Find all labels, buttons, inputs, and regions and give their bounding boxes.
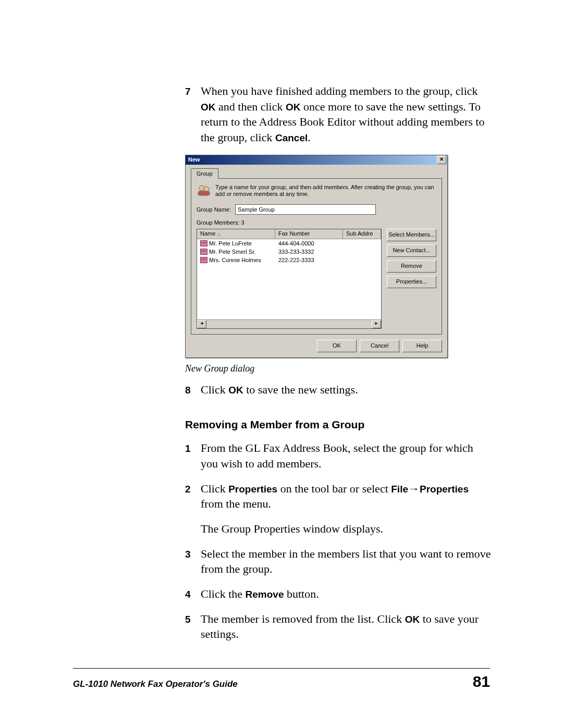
paragraph: The Group Properties window displays. bbox=[201, 521, 493, 537]
step-body: Click OK to save the new settings. bbox=[201, 382, 493, 398]
text: The member is removed from the list. Cli… bbox=[201, 612, 405, 625]
step-body: When you have finished adding members to… bbox=[201, 83, 493, 145]
cell-name: Mrs. Connie Holmes bbox=[209, 256, 261, 264]
remove-step-3: 3 Select the member in the members list … bbox=[185, 546, 493, 577]
text: and then click bbox=[216, 100, 286, 113]
text: to save the new settings. bbox=[243, 383, 358, 396]
step-body: From the GL Fax Address Book, select the… bbox=[201, 440, 493, 471]
text: When you have finished adding members to… bbox=[201, 84, 478, 97]
dialog-bottom-buttons: OK Cancel Help bbox=[191, 340, 442, 352]
dialog-titlebar: New ✕ bbox=[186, 155, 447, 165]
dialog-title: New bbox=[188, 156, 200, 164]
file-label: File bbox=[391, 484, 408, 495]
step-body: The member is removed from the list. Cli… bbox=[201, 611, 493, 642]
tab-group[interactable]: Group bbox=[191, 168, 218, 179]
hint-text: Type a name for your group, and then add… bbox=[215, 184, 436, 199]
text: . bbox=[308, 131, 311, 144]
new-contact-button[interactable]: New Contact... bbox=[387, 244, 436, 257]
side-buttons: Select Members... New Contact... Remove … bbox=[387, 229, 436, 329]
text: Click the bbox=[201, 587, 246, 600]
step-number: 1 bbox=[185, 440, 201, 471]
tab-panel: Type a name for your group, and then add… bbox=[191, 178, 442, 335]
group-name-input[interactable] bbox=[235, 204, 376, 215]
footer-title: GL-1010 Network Fax Operator's Guide bbox=[73, 679, 238, 689]
page-number: 81 bbox=[473, 673, 490, 690]
contact-icon bbox=[200, 249, 207, 255]
step-number: 2 bbox=[185, 481, 201, 512]
properties-label: Properties bbox=[228, 484, 277, 495]
members-list[interactable]: Name△ Fax Number Sub Addre Mr. Pete LuFr… bbox=[197, 229, 382, 329]
cancel-button[interactable]: Cancel bbox=[360, 340, 399, 352]
text: from the menu. bbox=[201, 497, 271, 510]
svg-rect-2 bbox=[198, 191, 210, 195]
table-row[interactable]: Mrs. Connie Holmes 222-222-3333 bbox=[197, 256, 381, 264]
step-number: 5 bbox=[185, 611, 201, 642]
text: Click bbox=[201, 383, 228, 396]
page-footer: GL-1010 Network Fax Operator's Guide 81 bbox=[73, 668, 490, 690]
ok-label: OK bbox=[286, 102, 301, 113]
scroll-left-icon[interactable]: ◄ bbox=[197, 320, 206, 328]
step-number: 4 bbox=[185, 586, 201, 602]
cell-name: Mr. Pete LuFrete bbox=[209, 240, 252, 248]
step-body: Select the member in the members list th… bbox=[201, 546, 493, 577]
section-heading: Removing a Member from a Group bbox=[185, 417, 493, 432]
remove-step-1: 1 From the GL Fax Address Book, select t… bbox=[185, 440, 493, 471]
step-body: Click Properties on the tool bar or sele… bbox=[201, 481, 493, 512]
contact-icon bbox=[200, 257, 207, 263]
cell-name: Mr. Pete Smerl Sr. bbox=[209, 248, 255, 256]
properties-label: Properties bbox=[420, 484, 469, 495]
help-button[interactable]: Help bbox=[402, 340, 442, 352]
remove-step-4: 4 Click the Remove button. bbox=[185, 586, 493, 602]
step-number: 8 bbox=[185, 382, 201, 398]
cell-fax: 222-222-3333 bbox=[275, 256, 343, 264]
select-members-button[interactable]: Select Members... bbox=[387, 229, 436, 241]
table-row[interactable]: Mr. Pete LuFrete 444-404-0000 bbox=[197, 239, 381, 248]
col-fax[interactable]: Fax Number bbox=[275, 229, 343, 239]
step-number: 3 bbox=[185, 546, 201, 577]
ok-label: OK bbox=[228, 385, 243, 396]
properties-button[interactable]: Properties... bbox=[387, 276, 436, 288]
page: 7 When you have finished adding members … bbox=[0, 0, 563, 642]
step-7: 7 When you have finished adding members … bbox=[185, 83, 493, 145]
svg-point-0 bbox=[199, 186, 204, 191]
col-sub[interactable]: Sub Addre bbox=[343, 229, 381, 239]
list-area: Name△ Fax Number Sub Addre Mr. Pete LuFr… bbox=[197, 229, 436, 329]
content-column: 7 When you have finished adding members … bbox=[185, 83, 493, 642]
group-icon bbox=[197, 184, 211, 196]
remove-step-2: 2 Click Properties on the tool bar or se… bbox=[185, 481, 493, 512]
text: button. bbox=[284, 587, 319, 600]
remove-step-5: 5 The member is removed from the list. C… bbox=[185, 611, 493, 642]
list-header: Name△ Fax Number Sub Addre bbox=[197, 229, 381, 239]
figure-caption: New Group dialog bbox=[185, 362, 493, 375]
dialog-body: Group Type a name for your group, and th… bbox=[186, 165, 447, 357]
ok-label: OK bbox=[201, 102, 216, 113]
text: Click bbox=[201, 482, 228, 495]
table-row[interactable]: Mr. Pete Smerl Sr. 333-233-3332 bbox=[197, 248, 381, 256]
step-body: Click the Remove button. bbox=[201, 586, 493, 602]
contact-icon bbox=[200, 240, 207, 246]
text: on the tool bar or select bbox=[277, 482, 391, 495]
group-members-label: Group Members: 3 bbox=[197, 219, 436, 227]
cancel-label: Cancel bbox=[275, 132, 308, 143]
hint-row: Type a name for your group, and then add… bbox=[197, 184, 436, 199]
horizontal-scrollbar[interactable]: ◄ ► bbox=[197, 319, 381, 328]
ok-label: OK bbox=[405, 614, 420, 625]
col-name[interactable]: Name△ bbox=[197, 229, 275, 239]
sort-icon: △ bbox=[217, 232, 221, 237]
step-number: 7 bbox=[185, 83, 201, 145]
cell-fax: 333-233-3332 bbox=[275, 248, 343, 256]
cell-fax: 444-404-0000 bbox=[275, 239, 343, 248]
remove-label: Remove bbox=[246, 589, 284, 600]
ok-button[interactable]: OK bbox=[317, 340, 357, 352]
group-name-label: Group Name: bbox=[197, 206, 231, 214]
scroll-right-icon[interactable]: ► bbox=[372, 320, 381, 328]
step-8: 8 Click OK to save the new settings. bbox=[185, 382, 493, 398]
new-group-dialog: New ✕ Group Type a name for your group, … bbox=[185, 155, 448, 358]
group-name-row: Group Name: bbox=[197, 204, 436, 215]
close-icon[interactable]: ✕ bbox=[437, 156, 446, 164]
list-rows: Mr. Pete LuFrete 444-404-0000 Mr. Pete S… bbox=[197, 239, 381, 264]
arrow-icon: → bbox=[408, 482, 420, 495]
remove-button[interactable]: Remove bbox=[387, 260, 436, 273]
